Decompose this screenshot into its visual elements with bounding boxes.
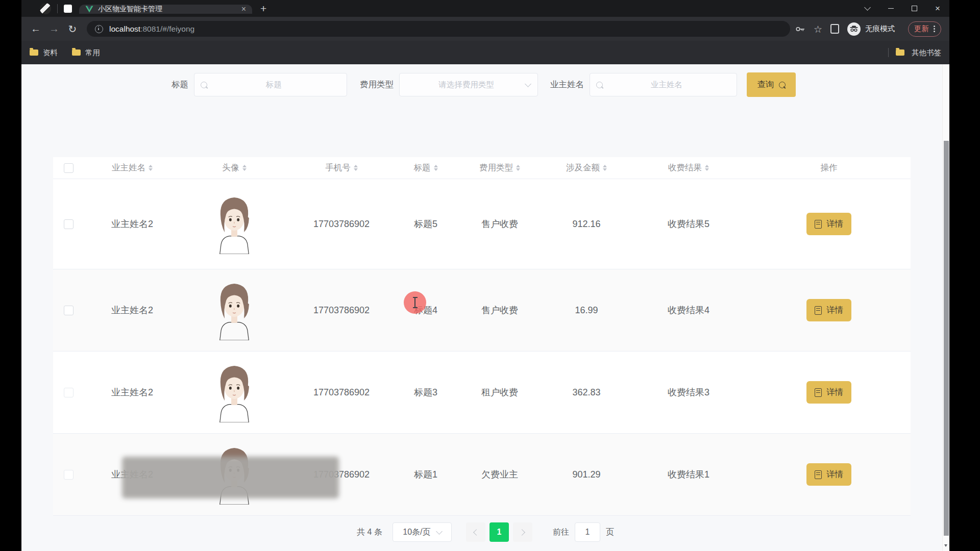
amount: 16.99 [543,305,630,316]
address-bar[interactable]: localhost :8081/#/feiyong [87,21,790,37]
active-tab[interactable]: 小区物业智能卡管理 × [79,5,252,14]
fee-title: 标题3 [395,386,456,398]
maximize-button[interactable] [902,0,926,17]
sort-icon[interactable] [603,165,607,171]
search-button-label: 查询 [757,79,774,90]
row-checkbox[interactable] [64,470,74,480]
new-tab-button[interactable]: + [260,3,266,15]
reload-button[interactable]: ↻ [63,20,82,38]
minimize-icon [888,8,894,9]
table-row: 业主姓名2 17703786902 标题3 租户收费 362.83 收费结果3 … [53,352,911,434]
cursor-click-indicator [404,291,426,314]
window-controls: × [855,0,949,17]
row-checkbox[interactable] [64,388,74,397]
owner-name: 业主姓名2 [84,304,181,316]
title-filter-box [194,73,347,96]
table-row: 业主姓名2 17703786902 标题4 售户收费 16.99 收费结果4 详… [53,269,911,352]
chevron-down-icon [525,81,531,87]
detail-button[interactable]: 详情 [806,381,851,404]
browser-toolbar: ← → ↻ localhost :8081/#/feiyong ☆ 无痕模式 更… [21,17,949,41]
kebab-menu-icon[interactable] [934,28,935,30]
close-button[interactable]: × [926,0,949,17]
toolbar-actions: ☆ 无痕模式 更新 [795,21,941,37]
side-panel-icon[interactable] [830,24,839,34]
tab-close-icon[interactable]: × [241,5,246,13]
phone-number: 17703786902 [288,305,395,316]
incognito-icon [847,22,861,36]
page-scrollbar[interactable] [942,64,949,551]
owner-filter-input[interactable] [603,80,730,90]
scroll-down-arrow-icon[interactable] [944,544,947,547]
tab-title: 小区物业智能卡管理 [98,5,237,14]
fee-type: 租户收费 [456,386,543,398]
detail-button[interactable]: 详情 [806,299,851,321]
header-result: 收费结果 [630,162,747,173]
browser-logo-icon[interactable] [40,3,51,14]
amount: 362.83 [543,387,630,398]
key-icon[interactable] [795,26,805,32]
owner-filter-box [590,73,737,96]
title-filter-input[interactable] [207,80,340,90]
url-host: localhost [109,24,140,34]
page-size-select[interactable]: 10条/页 [393,522,452,542]
bookmark-star-icon[interactable]: ☆ [814,23,822,35]
current-page-button[interactable]: 1 [489,522,509,542]
pinned-tab-icon[interactable] [64,5,72,13]
sort-icon[interactable] [705,165,709,171]
bookmark-folder-2[interactable]: 常用 [72,48,100,58]
bookmarks-divider [888,48,889,57]
forward-button[interactable]: → [45,20,63,38]
sort-icon[interactable] [434,165,438,171]
minimize-button[interactable] [879,0,902,17]
folder-icon [30,49,38,56]
privacy-blur-overlay [122,457,339,498]
prev-page-button[interactable] [466,522,485,542]
chevron-down-icon [436,528,443,535]
search-button[interactable]: 查询 [747,72,796,97]
goto-label: 前往 [553,527,569,538]
sort-icon[interactable] [242,165,247,171]
detail-button[interactable]: 详情 [806,213,851,235]
phone-number: 17703786902 [288,219,395,230]
bookmark-folder-label: 资料 [43,48,58,58]
page-size-label: 10条/页 [403,527,430,538]
site-info-icon[interactable] [95,25,103,33]
phone-number: 17703786902 [288,387,395,398]
sort-icon[interactable] [354,165,358,171]
scrollbar-thumb[interactable] [944,141,949,536]
vue-favicon-icon [85,6,93,13]
tab-separator [57,4,58,13]
document-icon [815,220,822,229]
fee-type-select[interactable]: 请选择费用类型 [399,73,538,96]
owner-filter-label: 业主姓名 [550,79,584,90]
page-content: 标题 费用类型 请选择费用类型 业主姓名 查询 [21,64,949,551]
header-fee-type: 费用类型 [456,162,543,173]
header-phone: 手机号 [288,162,395,173]
table-header-row: 业主姓名 头像 手机号 标题 费用类型 涉及金额 收费结果 操作 [53,157,911,179]
update-chrome-button[interactable]: 更新 [908,21,941,37]
owner-avatar [204,362,264,422]
search-icon [779,82,786,88]
goto-page-input[interactable] [575,522,600,542]
row-checkbox[interactable] [64,306,74,315]
select-all-checkbox[interactable] [64,163,74,173]
charge-result: 收费结果3 [630,386,747,398]
text-cursor-icon [414,297,416,308]
next-page-button[interactable] [513,522,532,542]
sort-icon[interactable] [516,165,520,171]
fee-type: 售户收费 [456,218,543,230]
tab-search-button[interactable] [855,0,879,17]
detail-button[interactable]: 详情 [806,463,851,486]
header-actions: 操作 [747,162,911,173]
bookmark-folder-1[interactable]: 资料 [30,48,58,58]
other-bookmarks[interactable]: 其他书签 [888,48,941,58]
sort-icon[interactable] [149,165,153,171]
back-button[interactable]: ← [27,20,45,38]
owner-name: 业主姓名2 [84,218,181,230]
tab-strip: 小区物业智能卡管理 × + × [21,0,949,17]
title-filter-label: 标题 [172,79,188,90]
document-icon [815,470,822,479]
fee-type-placeholder: 请选择费用类型 [407,80,526,90]
row-checkbox[interactable] [64,219,74,229]
search-icon [201,82,207,88]
